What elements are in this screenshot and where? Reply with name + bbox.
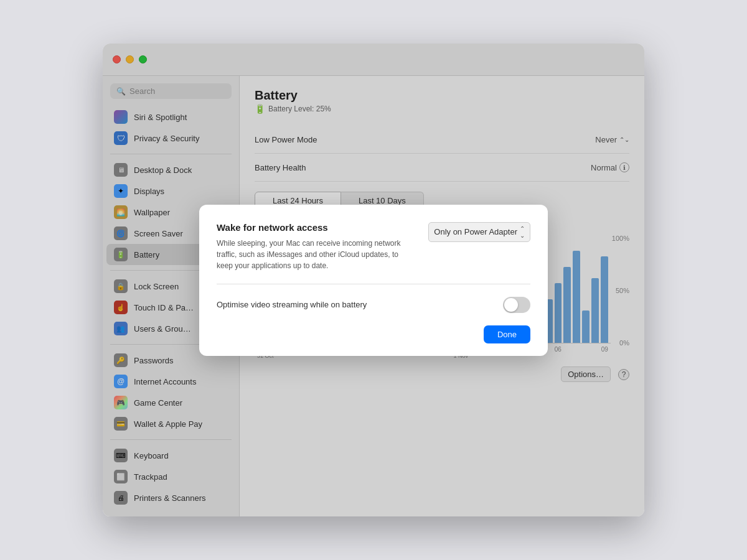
modal-left-content: Wake for network access While sleeping, …	[217, 222, 428, 271]
modal-overlay: Wake for network access While sleeping, …	[103, 44, 644, 516]
modal-right-content: Only on Power Adapter ⌃⌄	[428, 222, 530, 242]
power-adapter-select[interactable]: Only on Power Adapter ⌃⌄	[428, 222, 530, 242]
modal-title: Wake for network access	[217, 222, 416, 233]
modal-footer: Done	[217, 325, 530, 343]
modal-top-section: Wake for network access While sleeping, …	[217, 222, 530, 271]
modal-divider	[217, 284, 530, 284]
optimize-streaming-toggle[interactable]	[503, 297, 530, 313]
toggle-knob	[504, 298, 518, 312]
optimize-streaming-label: Optimise video streaming while on batter…	[217, 300, 367, 309]
optimize-streaming-row: Optimise video streaming while on batter…	[217, 297, 530, 313]
system-settings-window: 🔍 Search Siri & Spotlight 🛡 Privacy & Se…	[103, 44, 644, 516]
done-button[interactable]: Done	[484, 325, 530, 343]
modal-description: While sleeping, your Mac can receive inc…	[217, 238, 416, 271]
wake-network-modal: Wake for network access While sleeping, …	[199, 205, 548, 356]
select-arrows-icon: ⌃⌄	[520, 225, 525, 239]
power-adapter-label: Only on Power Adapter	[434, 227, 517, 236]
